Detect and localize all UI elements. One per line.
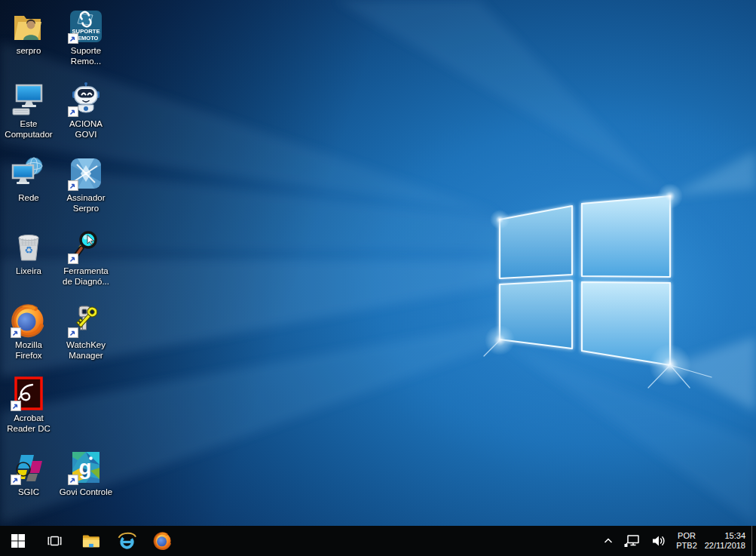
internet-explorer-icon [117,531,137,551]
file-explorer-button[interactable] [72,526,109,556]
shortcut-arrow-icon [68,180,78,191]
network-icon [11,155,47,192]
desktop-icon-label: serpro [0,46,57,57]
language-code: POR [678,531,696,541]
taskbar-clock[interactable]: 15:34 22/11/2018 [702,526,751,556]
desktop-icon-watchkey-manager[interactable]: WatchKey Manager [57,300,115,361]
recycle-bin-icon: ♻ [11,229,47,265]
desktop-icon-assinador-serpro[interactable]: Assinador Serpro [57,153,115,213]
speaker-icon [651,534,666,548]
shortcut-arrow-icon [11,327,21,338]
network-tray-button[interactable] [619,526,646,556]
desktop-icon-label: Suporte Remo... [57,46,115,66]
shortcut-arrow-icon [11,401,21,411]
desktop-icon-govi-controle[interactable]: g Govi Controle [57,447,115,498]
desktop-icon-mozilla-firefox[interactable]: Mozilla Firefox [0,300,57,361]
ethernet-network-icon [624,534,641,548]
task-view-button[interactable] [36,526,72,556]
clock-time: 15:34 [724,531,745,541]
svg-text:g: g [79,456,92,479]
desktop-icon-label: ACIONA GOVI [57,119,115,140]
desktop-icon-serpro[interactable]: serpro [0,6,57,57]
desktop-icon-suporte-remoto[interactable]: SUPORTE REMOTO Suporte Remo... [57,6,115,66]
file-explorer-icon [81,532,100,551]
user-folder-icon [11,8,47,45]
shortcut-arrow-icon [68,33,78,44]
task-view-icon [46,533,63,549]
shortcut-arrow-icon [68,253,78,264]
desktop-icon-label: SGIC [0,487,57,498]
desktop-icon-label: Ferramenta de Diagnó... [57,266,115,287]
shortcut-arrow-icon [68,327,78,338]
firefox-icon [153,531,173,551]
start-button[interactable] [0,526,36,556]
desktop-icon-sgic[interactable]: SGIC [0,447,57,498]
volume-tray-button[interactable] [646,526,672,556]
desktop-icon-rede[interactable]: Rede [0,153,57,204]
keyboard-layout: PTB2 [676,541,697,551]
desktop: serpro SUPORTE REMOTO Suporte Remo... [0,0,756,526]
shortcut-arrow-icon [68,106,78,117]
clock-date: 22/11/2018 [705,541,745,551]
desktop-icon-label: Este Computador [0,119,57,140]
shortcut-arrow-icon [68,475,78,485]
desktop-icon-label: Rede [0,193,57,204]
desktop-icon-label: Acrobat Reader DC [0,413,57,434]
system-tray: POR PTB2 15:34 22/11/2018 [598,526,756,556]
this-pc-icon [11,81,47,118]
show-desktop-button[interactable] [751,526,756,556]
desktop-icon-aciona-govi[interactable]: ACIONA GOVI [57,79,115,140]
chevron-up-icon [603,536,614,545]
shortcut-arrow-icon [11,475,21,485]
desktop-icon-lixeira[interactable]: ♻ Lixeira [0,226,57,277]
firefox-button[interactable] [145,526,181,556]
desktop-icon-label: Lixeira [0,266,57,277]
desktop-icon-label: Govi Controle [57,487,115,498]
desktop-icon-acrobat-reader[interactable]: Acrobat Reader DC [0,373,57,434]
desktop-icon-label: WatchKey Manager [57,340,115,361]
desktop-icon-label: Mozilla Firefox [0,340,57,361]
taskbar: POR PTB2 15:34 22/11/2018 [0,526,756,556]
desktop-icon-label: Assinador Serpro [57,193,115,213]
desktop-icon-este-computador[interactable]: Este Computador [0,79,57,140]
svg-text:♻: ♻ [24,244,33,256]
internet-explorer-button[interactable] [109,526,145,556]
desktop-icon-ferramenta-diagnostico[interactable]: Ferramenta de Diagnó... [57,226,115,287]
windows-logo-icon [11,533,26,548]
language-indicator[interactable]: POR PTB2 [672,526,702,556]
tray-expand-button[interactable] [598,526,619,556]
